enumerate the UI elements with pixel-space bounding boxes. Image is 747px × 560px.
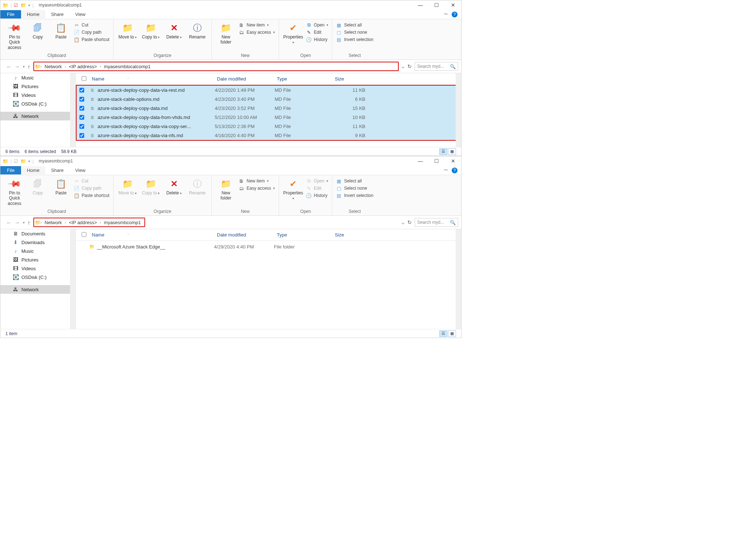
new-item-button[interactable]: 🗎New item <box>239 22 275 28</box>
help-icon[interactable]: ? <box>452 168 457 173</box>
column-date[interactable]: Date modified <box>214 232 274 238</box>
column-type[interactable]: Type <box>274 232 332 238</box>
sidebar-item-network[interactable]: 🖧Network <box>0 112 75 120</box>
ribbon-collapse-icon[interactable]: 〜 <box>444 11 448 17</box>
up-button[interactable]: ↑ <box>28 219 30 226</box>
main-scrollbar[interactable] <box>456 229 461 329</box>
table-row[interactable]: 🗎azure-stack-deploy-copy-data-via-copy-s… <box>77 122 460 131</box>
column-size[interactable]: Size <box>332 76 365 82</box>
sidebar-item-downloads[interactable]: ⬇Downloads <box>0 238 75 247</box>
qat-check-icon[interactable]: ☑ <box>14 3 18 8</box>
sidebar-item-osdisk[interactable]: 💽OSDisk (C:) <box>0 99 75 108</box>
edit-button[interactable]: ✎Edit <box>306 29 328 35</box>
sidebar-item-network[interactable]: 🖧Network <box>0 285 75 294</box>
qat-folder-icon[interactable]: 📁 <box>20 3 26 8</box>
up-button[interactable]: ↑ <box>28 63 30 70</box>
pin-to-quick-access-button[interactable]: 📌Pin to Quick access <box>4 177 25 207</box>
tab-share[interactable]: Share <box>45 166 70 174</box>
row-checkbox[interactable] <box>79 97 84 102</box>
paste-button[interactable]: 📋Paste <box>50 21 71 41</box>
back-button[interactable]: ← <box>6 219 12 226</box>
nav-scrollbar[interactable] <box>70 229 75 329</box>
sidebar-item-osdisk[interactable]: 💽OSDisk (C:) <box>0 273 75 281</box>
table-row[interactable]: 🗎azure-stack-deploy-copy-data.md4/23/202… <box>77 104 460 113</box>
pin-to-quick-access-button[interactable]: 📌Pin to Quick access <box>4 21 25 52</box>
breadcrumb-leaf[interactable]: myasesmblocalcomp1 <box>101 64 153 69</box>
address-dropdown-icon[interactable]: ⌵ <box>402 220 405 225</box>
properties-button[interactable]: ✔Properties <box>283 177 304 202</box>
row-checkbox[interactable] <box>79 115 84 120</box>
minimize-button[interactable]: — <box>412 156 428 166</box>
minimize-button[interactable]: — <box>412 0 428 10</box>
checkbox-header[interactable] <box>79 232 89 238</box>
select-none-button[interactable]: ▢Select none <box>336 185 373 191</box>
thumbnails-view-button[interactable]: ▦ <box>448 148 456 155</box>
refresh-button[interactable]: ↻ <box>407 63 412 69</box>
tab-view[interactable]: View <box>69 166 91 174</box>
column-type[interactable]: Type <box>274 76 332 82</box>
forward-button[interactable]: → <box>15 63 20 70</box>
back-button[interactable]: ← <box>6 63 12 70</box>
qat-check-icon[interactable]: ☑ <box>14 158 18 164</box>
checkbox-header[interactable] <box>79 76 89 82</box>
rename-button[interactable]: ⓘRename <box>187 21 208 41</box>
paste-button[interactable]: 📋Paste <box>50 177 71 197</box>
delete-button[interactable]: ✕Delete <box>164 177 185 197</box>
main-scrollbar[interactable] <box>456 73 461 147</box>
qat-dropdown-icon[interactable]: ▾ <box>28 159 30 163</box>
invert-selection-button[interactable]: ▧Invert selection <box>336 37 373 42</box>
cut-button[interactable]: ✂Cut <box>74 22 110 28</box>
properties-button[interactable]: ✔Properties <box>283 21 304 46</box>
tab-home[interactable]: Home <box>21 166 45 174</box>
column-name[interactable]: Nameˆ <box>89 76 214 82</box>
tab-home[interactable]: Home <box>21 10 45 18</box>
address-dropdown-icon[interactable]: ⌵ <box>402 64 405 69</box>
maximize-button[interactable]: ☐ <box>428 0 445 10</box>
new-item-button[interactable]: 🗎New item <box>239 178 275 184</box>
maximize-button[interactable]: ☐ <box>428 156 445 166</box>
table-row[interactable]: 🗎azure-stack-deploy-copy-data-from-vhds.… <box>77 113 460 122</box>
recent-locations-button[interactable]: ▾ <box>23 221 25 225</box>
history-button[interactable]: 🕓History <box>306 37 328 42</box>
refresh-button[interactable]: ↻ <box>407 219 412 225</box>
table-row[interactable]: 🗎azure-stack-deploy-copy-data-via-nfs.md… <box>77 131 460 140</box>
column-size[interactable]: Size <box>332 232 365 238</box>
sidebar-item-pictures[interactable]: 🖼Pictures <box>0 255 75 264</box>
row-checkbox[interactable] <box>79 106 84 111</box>
paste-shortcut-button[interactable]: 📋Paste shortcut <box>74 193 110 198</box>
table-row[interactable]: 🗎azure-stack-deploy-copy-data-via-rest.m… <box>77 86 460 95</box>
breadcrumb-ip[interactable]: <IP address> <box>66 220 100 225</box>
nav-scrollbar[interactable] <box>70 73 75 147</box>
sidebar-item-documents[interactable]: 🗎Documents <box>0 229 75 238</box>
tab-view[interactable]: View <box>69 10 91 18</box>
move-to-button[interactable]: 📁Move to <box>117 21 138 41</box>
forward-button[interactable]: → <box>15 219 20 226</box>
breadcrumb-root[interactable]: Network <box>42 64 65 69</box>
tab-file[interactable]: File <box>0 10 21 18</box>
delete-button[interactable]: ✕Delete <box>164 21 185 41</box>
help-icon[interactable]: ? <box>452 12 457 17</box>
recent-locations-button[interactable]: ▾ <box>23 65 25 69</box>
details-view-button[interactable]: ☰ <box>439 330 447 337</box>
thumbnails-view-button[interactable]: ▦ <box>448 330 456 337</box>
search-input[interactable]: Search myd... 🔍 <box>415 62 458 71</box>
select-all-button[interactable]: ▦Select all <box>336 22 373 28</box>
column-date[interactable]: Date modified <box>214 76 274 82</box>
new-folder-button[interactable]: 📁New folder <box>216 21 237 46</box>
qat-folder-icon[interactable]: 📁 <box>20 158 26 164</box>
breadcrumb[interactable]: 📁 › Network › <IP address> › myasesmbcom… <box>33 218 145 227</box>
sidebar-item-videos[interactable]: 🎞Videos <box>0 264 75 273</box>
column-name[interactable]: Nameˆ <box>89 232 214 238</box>
history-button[interactable]: 🕓History <box>306 193 328 198</box>
invert-selection-button[interactable]: ▧Invert selection <box>336 193 373 198</box>
copy-to-button[interactable]: 📁Copy to <box>140 21 161 41</box>
easy-access-button[interactable]: 🗂Easy access <box>239 29 275 35</box>
easy-access-button[interactable]: 🗂Easy access <box>239 185 275 191</box>
copy-path-button[interactable]: 📄Copy path <box>74 29 110 35</box>
select-none-button[interactable]: ▢Select none <box>336 29 373 35</box>
sidebar-item-music[interactable]: ♪Music <box>0 73 75 82</box>
search-input[interactable]: Search myd... 🔍 <box>415 218 458 227</box>
breadcrumb[interactable]: 📁 › Network › <IP address> › myasesmbloc… <box>33 62 399 71</box>
row-checkbox[interactable] <box>79 124 84 129</box>
sidebar-item-pictures[interactable]: 🖼Pictures <box>0 82 75 91</box>
